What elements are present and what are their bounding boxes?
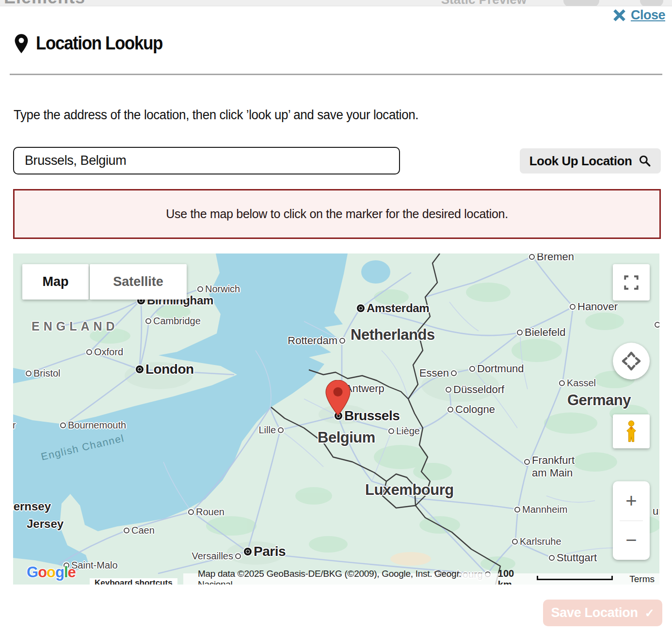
close-icon xyxy=(613,9,626,22)
save-location-label: Save Location xyxy=(551,605,638,620)
keyboard-shortcuts-button[interactable]: Keyboard shortcuts xyxy=(90,578,177,585)
save-location-button[interactable]: Save Location ✓ xyxy=(543,600,662,626)
street-view-pegman-button[interactable] xyxy=(613,414,650,448)
alert-message: Use the map below to click on the marker… xyxy=(166,207,508,221)
pan-control[interactable] xyxy=(613,343,650,380)
background-text-fragment: Elements xyxy=(4,0,85,6)
map-marker-pin[interactable] xyxy=(325,380,351,416)
background-page-strip: Elements Static Preview xyxy=(0,0,672,6)
zoom-in-button[interactable]: + xyxy=(613,481,650,521)
search-icon xyxy=(639,155,651,167)
instruction-text: Type the address of the location, then c… xyxy=(14,108,418,123)
background-pill xyxy=(563,0,599,6)
check-icon: ✓ xyxy=(645,606,655,620)
zoom-out-button[interactable]: − xyxy=(613,521,650,560)
lookup-button[interactable]: Look Up Location xyxy=(520,148,661,174)
map-type-label-satellite: Satellite xyxy=(113,274,163,289)
pan-arrows-icon xyxy=(621,350,642,372)
lookup-button-label: Look Up Location xyxy=(529,154,632,169)
terms-link[interactable]: Terms xyxy=(629,574,655,585)
map-attribution-text: Map data ©2025 GeoBasis-DE/BKG (©2009), … xyxy=(198,569,498,585)
fullscreen-button[interactable] xyxy=(613,264,650,301)
alert-banner: Use the map below to click on the marker… xyxy=(13,189,661,239)
dialog-header: Location Lookup xyxy=(15,33,174,54)
address-input[interactable] xyxy=(13,147,400,174)
map-scale-label: 100 km xyxy=(498,568,531,585)
divider xyxy=(10,74,662,75)
close-label: Close xyxy=(631,8,665,23)
keyboard-shortcuts-label: Keyboard shortcuts xyxy=(95,578,173,585)
map-type-label-map: Map xyxy=(43,274,69,289)
fullscreen-icon xyxy=(623,274,640,291)
map-artwork xyxy=(13,253,659,585)
background-text-fragment-right: Static Preview xyxy=(441,0,527,6)
zoom-control: + − xyxy=(613,481,650,560)
map-attribution-bar: Map data ©2025 GeoBasis-DE/BKG (©2009), … xyxy=(183,573,659,585)
google-logo[interactable]: Google xyxy=(27,564,76,581)
dialog-title: Location Lookup xyxy=(36,33,162,54)
background-pill xyxy=(640,0,663,6)
location-pin-icon xyxy=(15,33,28,54)
close-button[interactable]: Close xyxy=(613,8,665,23)
pegman-icon xyxy=(624,420,639,443)
map-scale-bar xyxy=(537,576,613,580)
location-lookup-dialog: Elements Static Preview Close Location L… xyxy=(0,0,672,633)
map-type-button-map[interactable]: Map xyxy=(22,264,89,300)
map-type-button-satellite[interactable]: Satellite xyxy=(90,264,187,300)
map-canvas[interactable]: NorwichBirminghamCambridgeENGLANDOxfordB… xyxy=(13,253,659,585)
